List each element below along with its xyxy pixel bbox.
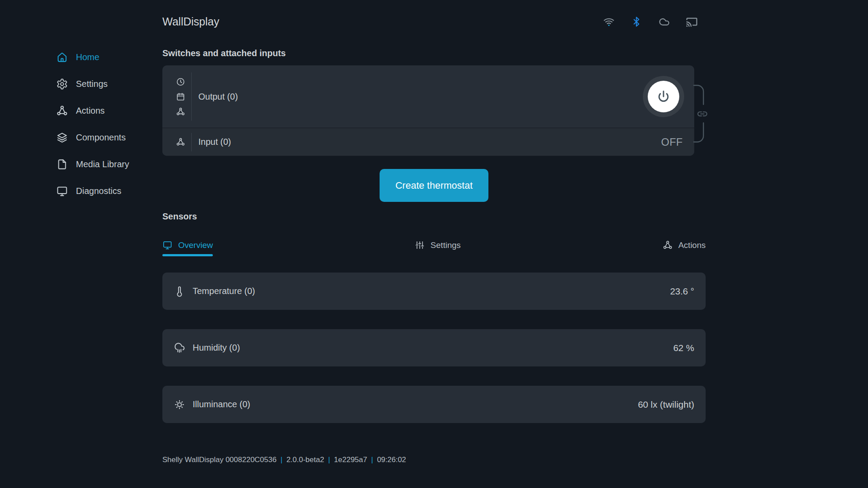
power-toggle-button[interactable] <box>648 81 679 112</box>
input-state: OFF <box>661 136 683 148</box>
webhook-icon <box>176 107 185 116</box>
sidebar-item-media-library[interactable]: Media Library <box>56 151 129 178</box>
sidebar-item-label: Home <box>76 52 99 62</box>
cloud-drizzle-icon <box>174 342 185 354</box>
status-icons <box>603 16 698 28</box>
sun-icon <box>174 399 185 410</box>
sensor-label: Temperature (0) <box>193 286 255 296</box>
output-row[interactable]: Output (0) <box>162 65 694 128</box>
sidebar-item-label: Actions <box>76 106 105 116</box>
sidebar-item-label: Components <box>76 133 126 143</box>
sidebar-item-actions[interactable]: Actions <box>56 97 129 124</box>
output-divider-line <box>191 72 192 121</box>
webhook-icon <box>663 240 673 250</box>
monitor-icon <box>162 240 172 250</box>
tab-label: Overview <box>178 240 213 250</box>
sidebar-item-home[interactable]: Home <box>56 44 129 71</box>
sensor-label: Humidity (0) <box>193 343 240 353</box>
footer-separator: | <box>371 456 373 464</box>
input-label: Input (0) <box>198 137 231 147</box>
power-icon <box>656 89 671 104</box>
sidebar-item-components[interactable]: Components <box>56 124 129 151</box>
input-row[interactable]: Input (0) OFF <box>162 128 694 156</box>
footer-separator: | <box>280 456 282 464</box>
tab-actions[interactable]: Actions <box>663 240 706 256</box>
sidebar-item-settings[interactable]: Settings <box>56 71 129 97</box>
footer-device: Shelly WallDisplay 0008220C0536 <box>162 456 276 464</box>
webhook-icon <box>56 105 68 117</box>
clock-icon <box>176 77 185 86</box>
sidebar-item-label: Media Library <box>76 159 129 169</box>
calendar-icon <box>176 92 185 101</box>
sensor-row-illuminance[interactable]: Illuminance (0) 60 lx (twilight) <box>162 386 706 423</box>
layers-icon <box>56 132 68 144</box>
sensor-value: 23.6 ° <box>670 286 694 297</box>
tab-settings[interactable]: Settings <box>415 240 461 256</box>
sidebar-item-diagnostics[interactable]: Diagnostics <box>56 178 129 205</box>
switches-heading: Switches and attached inputs <box>162 48 706 58</box>
thermometer-icon <box>174 286 185 297</box>
wifi-icon[interactable] <box>603 16 615 28</box>
sliders-icon <box>415 240 425 250</box>
tab-label: Actions <box>678 240 706 250</box>
gear-icon <box>56 78 68 90</box>
footer-separator: | <box>328 456 330 464</box>
switches-panel: Output (0) Input (0) <box>162 65 694 156</box>
output-label: Output (0) <box>198 92 238 102</box>
bluetooth-icon[interactable] <box>631 16 642 28</box>
cloud-icon[interactable] <box>658 16 670 28</box>
sensor-value: 60 lx (twilight) <box>638 399 694 410</box>
home-icon <box>56 51 68 63</box>
sidebar: Home Settings Actions Components <box>56 44 129 205</box>
tab-label: Settings <box>430 240 461 250</box>
footer-version: 2.0.0-beta2 <box>287 456 324 464</box>
main-content: WallDisplay <box>162 0 706 464</box>
sensor-row-temperature[interactable]: Temperature (0) 23.6 ° <box>162 273 706 310</box>
sensors-tabs: Overview Settings Actions <box>162 240 706 261</box>
sensor-row-humidity[interactable]: Humidity (0) 62 % <box>162 329 706 366</box>
tab-overview[interactable]: Overview <box>162 240 213 256</box>
webhook-icon <box>176 137 185 147</box>
cta-row: Create thermostat <box>162 169 706 202</box>
input-divider-line <box>191 133 192 151</box>
topbar: WallDisplay <box>162 11 706 32</box>
output-icon-stack <box>175 77 186 116</box>
footer-build: 1e2295a7 <box>334 456 367 464</box>
device-info-footer: Shelly WallDisplay 0008220C0536|2.0.0-be… <box>162 456 706 464</box>
page-title: WallDisplay <box>162 15 219 28</box>
cast-icon[interactable] <box>686 16 698 28</box>
sidebar-item-label: Settings <box>76 79 108 89</box>
sidebar-item-label: Diagnostics <box>76 186 121 196</box>
link-icon[interactable] <box>696 108 708 120</box>
footer-time: 09:26:02 <box>377 456 406 464</box>
monitor-icon <box>56 185 68 197</box>
sensor-label: Illuminance (0) <box>193 399 250 409</box>
sensors-heading: Sensors <box>162 212 706 222</box>
sensor-value: 62 % <box>673 343 694 353</box>
input-icon-wrap <box>175 137 186 147</box>
create-thermostat-button[interactable]: Create thermostat <box>380 169 488 202</box>
file-icon <box>56 158 68 170</box>
